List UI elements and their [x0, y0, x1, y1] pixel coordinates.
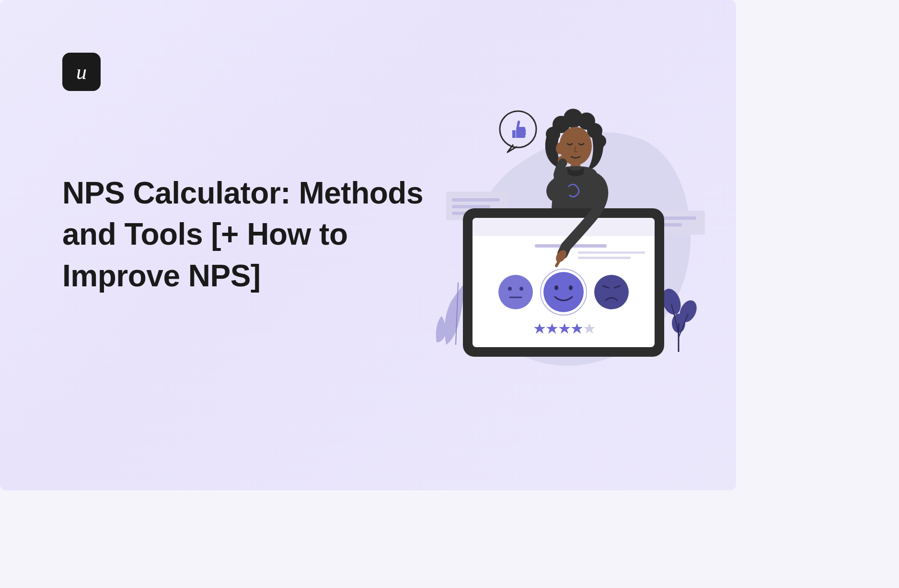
- svg-point-18: [508, 287, 512, 291]
- svg-point-19: [519, 287, 523, 291]
- svg-point-21: [543, 272, 584, 312]
- hero-card: u NPS Calculator: Methods and Tools [+ H…: [0, 0, 736, 490]
- svg-rect-5: [452, 205, 490, 208]
- thumbs-up-bubble-icon: [500, 111, 536, 152]
- svg-rect-16: [578, 257, 631, 259]
- brand-logo-letter: u: [76, 60, 87, 84]
- svg-point-23: [569, 285, 573, 290]
- tablet-device-icon: [463, 208, 664, 357]
- face-happy-icon: [541, 269, 587, 315]
- leaf-left-icon: [436, 283, 465, 345]
- page-title: NPS Calculator: Methods and Tools [+ How…: [62, 172, 436, 296]
- svg-point-32: [556, 143, 564, 154]
- plant-right-icon: [659, 286, 700, 352]
- svg-rect-13: [473, 232, 655, 236]
- face-neutral-icon: [498, 275, 533, 309]
- svg-rect-15: [578, 251, 645, 254]
- svg-point-24: [594, 275, 629, 309]
- face-sad-icon: [594, 275, 629, 309]
- brand-logo: u: [62, 53, 101, 91]
- svg-rect-4: [452, 198, 500, 202]
- svg-point-22: [554, 285, 558, 290]
- svg-point-30: [593, 135, 606, 148]
- svg-point-29: [546, 127, 560, 141]
- hero-illustration: [410, 96, 707, 393]
- svg-point-17: [498, 275, 533, 309]
